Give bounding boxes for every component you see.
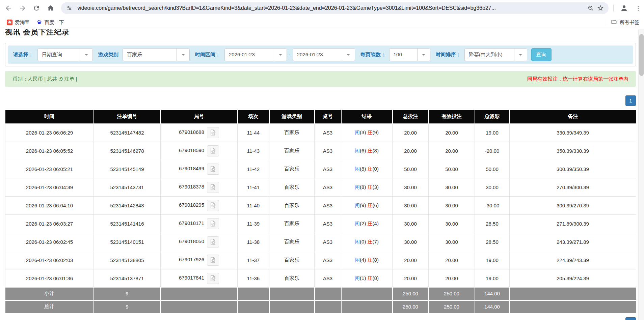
video-replay-button[interactable] (207, 127, 219, 138)
cell-total-bet: 20.00 (393, 123, 429, 142)
date-range-tilde: ~ (288, 52, 291, 58)
menu-dots-icon[interactable]: ⋮ (633, 2, 644, 14)
back-icon[interactable] (3, 2, 14, 14)
cell-game-type: 百家乐 (269, 142, 315, 160)
result-banker-label: 庄 (368, 129, 373, 135)
cell-game-type: 百家乐 (269, 269, 315, 287)
result-player-label: 闲 (355, 148, 360, 153)
cell-bet-id: 523145141416 (94, 214, 161, 233)
url-bar[interactable]: videoie.com/game/betrecord_search/kind3?… (61, 2, 609, 14)
bookmark-star-icon[interactable] (596, 3, 605, 13)
cell-table-no: AS3 (315, 269, 341, 287)
cell-time: 2026-01-23 06:01:36 (5, 269, 94, 287)
video-replay-button[interactable] (207, 273, 219, 284)
bookmark-baidu[interactable]: 百度一下 (36, 19, 64, 26)
sort-label: 时间排序： (436, 52, 461, 58)
profile-avatar[interactable] (618, 2, 630, 14)
cell-note: 270.39/300.39 (510, 178, 636, 196)
cell-time: 2026-01-23 06:05:21 (5, 160, 94, 178)
currency-summary-text: 币别：人民币 | 总共 :9 注单 | (12, 76, 77, 82)
video-replay-button[interactable] (207, 255, 219, 266)
column-header: 备注 (510, 110, 636, 123)
cell-round: 679018590 (161, 142, 238, 160)
result-player-label: 闲 (355, 166, 360, 172)
result-banker-label: 庄 (368, 148, 373, 153)
cell-session: 11-44 (238, 123, 269, 142)
summary-cell: 250.00 (393, 287, 429, 300)
date-start-select[interactable]: 2026-01-23 (224, 48, 287, 61)
cell-note: 350.39/330.39 (510, 142, 636, 160)
summary-cell: 144.00 (475, 287, 510, 300)
summary-cell: 9 (94, 300, 161, 313)
cell-time: 2026-01-23 06:04:10 (5, 196, 94, 214)
cell-payout: 19.00 (475, 123, 510, 142)
cell-result: 闲(2) 庄(4) (341, 214, 393, 233)
cell-table-no: AS3 (315, 233, 341, 251)
total-row: 总计9250.00250.00144.00 (5, 300, 636, 313)
result-player-label: 闲 (355, 184, 360, 190)
cell-table-no: AS3 (315, 123, 341, 142)
video-replay-button[interactable] (207, 182, 219, 193)
game-type-select[interactable]: 百家乐 (123, 48, 190, 61)
column-header: 时间 (5, 110, 94, 123)
video-replay-button[interactable] (207, 145, 219, 156)
cell-bet-id: 523145143731 (94, 178, 161, 196)
date-start-value: 2026-01-23 (225, 49, 274, 61)
pagination-page-1-top[interactable]: 1 (625, 95, 636, 106)
cell-table-no: AS3 (315, 160, 341, 178)
chevron-down-icon (80, 49, 92, 61)
column-header: 局号 (161, 110, 238, 123)
cell-total-bet: 30.00 (393, 196, 429, 214)
per-page-label: 每页笔数： (360, 52, 386, 58)
browser-toolbar: videoie.com/game/betrecord_search/kind3?… (0, 0, 644, 16)
cell-table-no: AS3 (315, 178, 341, 196)
cell-time: 2026-01-23 06:04:39 (5, 178, 94, 196)
query-type-select[interactable]: 日期查询 (37, 48, 93, 61)
cell-game-type: 百家乐 (269, 251, 315, 269)
cell-total-bet: 20.00 (393, 142, 429, 160)
cell-valid-bet: 20.00 (429, 269, 475, 287)
result-banker-label: 庄 (368, 221, 373, 226)
search-button[interactable]: 查询 (531, 48, 552, 61)
summary-cell (315, 300, 341, 313)
url-text[interactable]: videoie.com/game/betrecord_search/kind3?… (77, 5, 586, 11)
bookmarks-divider (606, 19, 606, 26)
home-icon[interactable] (45, 2, 56, 14)
reload-icon[interactable] (31, 2, 43, 14)
zoom-out-icon[interactable] (586, 3, 596, 13)
cell-payout: -30.00 (475, 196, 510, 214)
cell-time: 2026-01-23 06:02:03 (5, 251, 94, 269)
summary-cell (269, 300, 315, 313)
all-bookmarks-label[interactable]: 所有书签 (620, 19, 639, 26)
cell-note: 330.39/349.39 (510, 123, 636, 142)
video-replay-button[interactable] (207, 200, 219, 211)
video-replay-button[interactable] (207, 218, 219, 229)
query-type-value: 日期查询 (38, 49, 80, 61)
video-replay-button[interactable] (207, 164, 219, 175)
result-player-label: 闲 (355, 202, 360, 208)
sort-select[interactable]: 降幂(由大到小) (464, 48, 527, 61)
result-banker-label: 庄 (368, 166, 373, 172)
cell-bet-id: 523145146278 (94, 142, 161, 160)
date-end-select[interactable]: 2026-01-23 (293, 48, 355, 61)
chevron-down-icon (274, 49, 287, 61)
summary-cell: 144.00 (475, 300, 510, 313)
vertical-scrollbar[interactable] (638, 29, 644, 320)
result-player-label: 闲 (355, 221, 360, 226)
pagination-page-1-bottom[interactable]: 1 (625, 317, 636, 320)
scrollbar-thumb[interactable] (639, 34, 644, 76)
cell-round: 679018295 (161, 196, 238, 214)
per-page-select[interactable]: 100 (389, 48, 430, 61)
bookmark-aitaobao[interactable]: 淘 爱淘宝 (7, 19, 30, 26)
tune-icon[interactable] (64, 3, 74, 13)
column-header: 游戏类别 (269, 110, 315, 123)
forward-icon[interactable] (17, 2, 28, 14)
cell-total-bet: 20.00 (393, 251, 429, 269)
cell-payout: 28.50 (475, 233, 510, 251)
cell-round: 679018171 (161, 214, 238, 233)
bookmark-label: 爱淘宝 (15, 19, 30, 26)
result-banker-label: 庄 (368, 257, 373, 263)
video-replay-button[interactable] (207, 236, 219, 248)
result-player-label: 闲 (355, 257, 360, 263)
summary-label: 总计 (5, 300, 94, 313)
